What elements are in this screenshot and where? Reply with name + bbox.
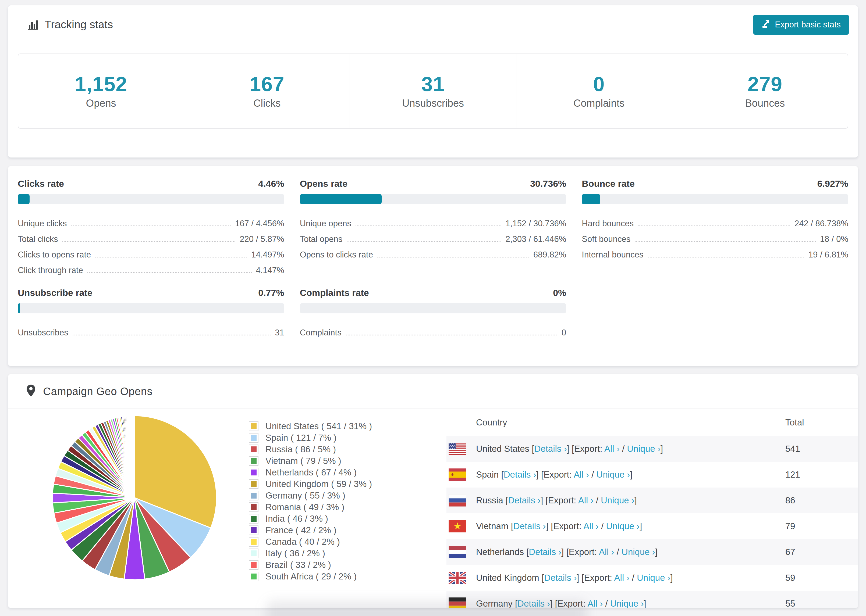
country-name: Netherlands (476, 547, 524, 557)
export-basic-stats-button[interactable]: Export basic stats (753, 15, 849, 35)
export-all-link-spain[interactable]: All › (574, 470, 589, 479)
country-name: Spain (476, 470, 499, 479)
details-link-spain[interactable]: Details › (504, 470, 536, 479)
summary-cell-unsubscribes: 31Unsubscribes (350, 54, 516, 128)
legend-item-canada[interactable]: Canada ( 40 / 2% ) (249, 536, 372, 547)
country-name: Vietnam (476, 521, 508, 531)
details-link-united-kingdom[interactable]: Details › (544, 573, 576, 583)
legend-label: Germany ( 55 / 3% ) (265, 490, 345, 501)
legend-item-united-kingdom[interactable]: United Kingdom ( 59 / 3% ) (249, 478, 372, 490)
legend-item-india[interactable]: India ( 46 / 3% ) (249, 513, 372, 524)
legend-label: United States ( 541 / 31% ) (265, 421, 372, 431)
leader-dots (638, 225, 790, 226)
export-unique-link-spain[interactable]: Unique › (597, 470, 630, 479)
stat-label: Unique clicks (18, 219, 67, 230)
export-unique-link-vietnam[interactable]: Unique › (606, 521, 640, 531)
summary-cell-opens: 1,152Opens (18, 54, 184, 128)
legend-item-spain[interactable]: Spain ( 121 / 7% ) (249, 432, 372, 443)
progress-fill (18, 194, 30, 204)
stat-label: Unsubscribes (18, 328, 68, 339)
leader-dots (72, 335, 271, 335)
stat-row-hard-bounces: Hard bounces242 / 86.738% (582, 214, 848, 230)
rate-block-clicks-rate: Clicks rate4.46%Unique clicks167 / 4.456… (18, 178, 284, 277)
stat-value: 689.82% (533, 250, 566, 261)
geo-table-header: Country Total (446, 409, 858, 436)
summary-cell-complaints: 0Complaints (516, 54, 682, 128)
legend-item-italy[interactable]: Italy ( 36 / 2% ) (249, 547, 372, 559)
details-link-russia[interactable]: Details › (508, 495, 540, 505)
legend-swatch (249, 525, 258, 535)
rate-title: Unsubscribe rate (18, 288, 93, 298)
rate-head: Clicks rate4.46% (18, 178, 284, 190)
tracking-stats-card: Tracking stats Export basic stats 1,152O… (8, 5, 858, 157)
stat-label: Complaints (300, 328, 342, 339)
export-unique-link-united-kingdom[interactable]: Unique › (637, 573, 671, 583)
summary-value: 279 (748, 73, 783, 95)
gb-flag-icon (449, 572, 466, 584)
export-unique-link-germany[interactable]: Unique › (610, 599, 644, 608)
rate-rows: Unsubscribes31 (18, 324, 284, 339)
stat-value: 18 / 0% (820, 234, 848, 246)
details-link-vietnam[interactable]: Details › (513, 521, 546, 531)
legend-swatch (249, 548, 258, 558)
campaign-geo-opens-card: Campaign Geo Opens United States ( 541 /… (8, 374, 858, 608)
legend-item-vietnam[interactable]: Vietnam ( 79 / 5% ) (249, 455, 372, 467)
stat-label: Hard bounces (582, 219, 634, 230)
geo-table-row-germany: Germany [Details ›] [Export: All › / Uni… (446, 591, 858, 608)
stat-label: Internal bounces (582, 250, 643, 261)
export-all-link-germany[interactable]: All › (587, 599, 603, 608)
stat-row-clicks-to-opens-rate: Clicks to opens rate14.497% (18, 246, 284, 261)
es-flag-icon (449, 468, 466, 481)
legend-item-germany[interactable]: Germany ( 55 / 3% ) (249, 490, 372, 501)
rate-percent: 0.77% (258, 288, 284, 298)
map-pin-icon (26, 384, 36, 399)
progress-fill (18, 303, 20, 313)
country-column-header: Country (476, 417, 785, 427)
export-all-link-netherlands[interactable]: All › (599, 547, 614, 557)
leader-dots (87, 272, 252, 273)
stat-value: 4.147% (256, 266, 284, 277)
total-cell: 55 (785, 599, 795, 608)
stat-label: Soft bounces (582, 234, 630, 246)
export-all-link-united-states[interactable]: All › (604, 444, 620, 454)
stat-label: Opens to clicks rate (300, 250, 373, 261)
country-cell: Spain [Details ›] [Export: All › / Uniqu… (476, 470, 785, 480)
geo-table-row-vietnam: Vietnam [Details ›] [Export: All › / Uni… (446, 513, 858, 539)
vn-flag-icon (449, 520, 466, 533)
geo-table-row-spain: Spain [Details ›] [Export: All › / Uniqu… (446, 462, 858, 487)
legend-label: Russia ( 86 / 5% ) (265, 444, 336, 454)
export-all-link-united-kingdom[interactable]: All › (614, 573, 630, 583)
summary-label: Complaints (573, 97, 625, 109)
legend-item-south-africa[interactable]: South Africa ( 29 / 2% ) (249, 570, 372, 582)
legend-item-netherlands[interactable]: Netherlands ( 67 / 4% ) (249, 467, 372, 478)
legend-item-brazil[interactable]: Brazil ( 33 / 2% ) (249, 559, 372, 570)
stat-label: Total clicks (18, 234, 58, 246)
rate-head: Opens rate30.736% (300, 178, 567, 190)
legend-label: France ( 42 / 2% ) (265, 525, 337, 535)
pie-slice-other-44[interactable] (134, 416, 135, 498)
leader-dots (635, 241, 816, 242)
details-link-netherlands[interactable]: Details › (529, 547, 561, 557)
summary-value: 1,152 (75, 73, 127, 95)
legend-item-united-states[interactable]: United States ( 541 / 31% ) (249, 420, 372, 432)
geo-table-row-netherlands: Netherlands [Details ›] [Export: All › /… (446, 539, 858, 565)
legend-swatch (249, 421, 258, 431)
legend-label: South Africa ( 29 / 2% ) (265, 571, 357, 581)
export-unique-link-netherlands[interactable]: Unique › (622, 547, 655, 557)
stat-label: Unique opens (300, 219, 351, 230)
export-all-link-russia[interactable]: All › (578, 495, 594, 505)
stat-value: 242 / 86.738% (794, 219, 848, 230)
legend-swatch (249, 560, 258, 570)
stat-row-unique-clicks: Unique clicks167 / 4.456% (18, 214, 284, 230)
country-name: Russia (476, 495, 503, 505)
country-cell: Netherlands [Details ›] [Export: All › /… (476, 547, 785, 557)
legend-item-france[interactable]: France ( 42 / 2% ) (249, 524, 372, 536)
details-link-germany[interactable]: Details › (518, 599, 550, 608)
export-all-link-vietnam[interactable]: All › (583, 521, 599, 531)
export-unique-link-united-states[interactable]: Unique › (627, 444, 661, 454)
legend-item-russia[interactable]: Russia ( 86 / 5% ) (249, 443, 372, 455)
legend-item-romania[interactable]: Romania ( 49 / 3% ) (249, 501, 372, 513)
export-unique-link-russia[interactable]: Unique › (601, 495, 635, 505)
leader-dots (346, 335, 557, 335)
details-link-united-states[interactable]: Details › (534, 444, 567, 454)
